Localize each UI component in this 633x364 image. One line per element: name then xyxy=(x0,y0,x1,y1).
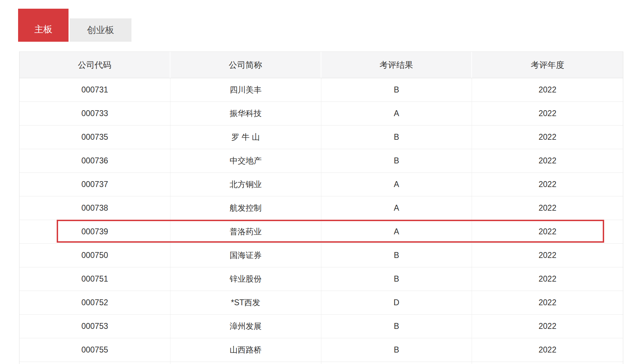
cell-company-name: 国海证券 xyxy=(170,244,321,267)
cell-eval-result: B xyxy=(321,78,472,102)
table-row: 000751 锌业股份 B 2022 xyxy=(19,267,623,291)
cell-company-code: 000750 xyxy=(19,244,170,267)
cell-eval-result: B xyxy=(321,126,472,149)
cell-eval-year: 2022 xyxy=(472,315,623,338)
cell-company-code: 000753 xyxy=(19,315,170,338)
cell-company-code: 000752 xyxy=(19,291,170,314)
cell-eval-year: 2022 xyxy=(472,78,623,102)
table-row: 000731 四川美丰 B 2022 xyxy=(19,78,623,102)
cell-company-code: 000733 xyxy=(19,102,170,125)
cell-company-name: 航发控制 xyxy=(170,196,321,220)
cell-company-code xyxy=(19,362,170,364)
cell-company-name: 振华科技 xyxy=(170,102,321,125)
table-row: 000738 航发控制 A 2022 xyxy=(19,196,623,220)
cell-company-name: 漳州发展 xyxy=(170,315,321,338)
cell-eval-result: A xyxy=(321,173,472,196)
cell-eval-year: 2022 xyxy=(472,244,623,267)
cell-company-code: 000735 xyxy=(19,126,170,149)
evaluation-table: 公司代码 公司简称 考评结果 考评年度 000731 四川美丰 B 2022 0… xyxy=(19,51,623,364)
cell-eval-result: B xyxy=(321,149,472,172)
cell-company-code: 000736 xyxy=(19,149,170,172)
cell-eval-result: A xyxy=(321,196,472,220)
table-row: 000752 *ST西发 D 2022 xyxy=(19,291,623,315)
table-header-row: 公司代码 公司简称 考评结果 考评年度 xyxy=(19,52,623,78)
cell-eval-year: 2022 xyxy=(472,126,623,149)
cell-eval-result: A xyxy=(321,102,472,125)
cell-eval-result: B xyxy=(321,315,472,338)
cell-company-code: 000755 xyxy=(19,338,170,362)
cell-eval-result: B xyxy=(321,338,472,362)
cell-company-name: 北方铜业 xyxy=(170,173,321,196)
cell-company-name: *ST西发 xyxy=(170,291,321,314)
cell-company-name: 罗 牛 山 xyxy=(170,126,321,149)
cell-company-code: 000731 xyxy=(19,78,170,102)
cell-company-code: 000751 xyxy=(19,267,170,291)
table-row-partial xyxy=(19,362,623,364)
board-tabs: 主板 创业板 xyxy=(18,9,131,42)
cell-company-code: 000738 xyxy=(19,196,170,220)
cell-company-name xyxy=(170,362,321,364)
cell-company-name: 四川美丰 xyxy=(170,78,321,102)
table-body: 000731 四川美丰 B 2022 000733 振华科技 A 2022 00… xyxy=(19,78,623,364)
cell-eval-year: 2022 xyxy=(472,102,623,125)
header-company-code: 公司代码 xyxy=(19,52,170,78)
cell-eval-result: D xyxy=(321,291,472,314)
cell-company-name: 普洛药业 xyxy=(170,220,321,243)
cell-company-name: 中交地产 xyxy=(170,149,321,172)
header-company-name: 公司简称 xyxy=(170,52,321,78)
table-row: 000755 山西路桥 B 2022 xyxy=(19,338,623,362)
header-eval-result: 考评结果 xyxy=(321,52,472,78)
table-row: 000753 漳州发展 B 2022 xyxy=(19,315,623,338)
cell-eval-result: B xyxy=(321,244,472,267)
cell-eval-year: 2022 xyxy=(472,220,623,243)
cell-eval-result xyxy=(321,362,472,364)
cell-eval-year: 2022 xyxy=(472,291,623,314)
table-row: 000739 普洛药业 A 2022 xyxy=(19,220,623,244)
cell-eval-year: 2022 xyxy=(472,196,623,220)
table-row: 000736 中交地产 B 2022 xyxy=(19,149,623,173)
table-row: 000737 北方铜业 A 2022 xyxy=(19,173,623,196)
cell-eval-result: B xyxy=(321,267,472,291)
tab-chinext-board[interactable]: 创业板 xyxy=(70,18,131,42)
cell-eval-year xyxy=(472,362,623,364)
table-row: 000750 国海证券 B 2022 xyxy=(19,244,623,267)
cell-eval-year: 2022 xyxy=(472,267,623,291)
cell-company-code: 000737 xyxy=(19,173,170,196)
cell-eval-year: 2022 xyxy=(472,173,623,196)
cell-company-name: 锌业股份 xyxy=(170,267,321,291)
cell-eval-year: 2022 xyxy=(472,149,623,172)
header-eval-year: 考评年度 xyxy=(472,52,623,78)
cell-company-code: 000739 xyxy=(19,220,170,243)
table-row: 000733 振华科技 A 2022 xyxy=(19,102,623,126)
tab-main-board[interactable]: 主板 xyxy=(18,9,69,42)
cell-eval-year: 2022 xyxy=(472,338,623,362)
cell-eval-result: A xyxy=(321,220,472,243)
table-row: 000735 罗 牛 山 B 2022 xyxy=(19,126,623,149)
cell-company-name: 山西路桥 xyxy=(170,338,321,362)
